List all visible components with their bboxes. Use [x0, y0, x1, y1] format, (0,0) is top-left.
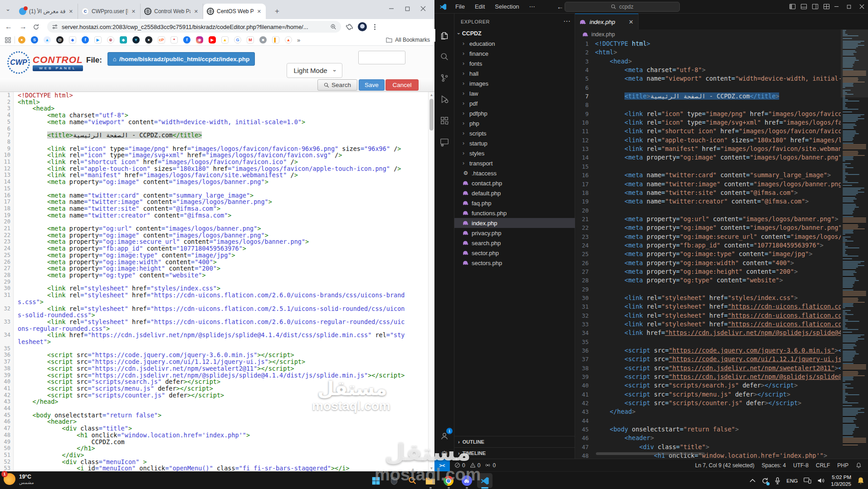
account-icon[interactable]: 1 [434, 427, 454, 445]
toggle-sidebar-right-icon[interactable] [812, 3, 819, 10]
code-line[interactable]: 40 <script src="scripts/search.js" defer… [575, 381, 841, 390]
code-line[interactable]: 42 <script src="scripts/counter.js" defe… [575, 399, 841, 407]
tab-search-button[interactable]: › [3, 5, 14, 15]
explorer-icon[interactable] [434, 26, 454, 44]
encoding[interactable]: UTF-8 [793, 462, 809, 469]
bookmark-favicon[interactable]: ▌ [272, 36, 279, 44]
code-line[interactable]: 12 <link rel="apple-touch-icon" sizes="1… [0, 165, 428, 172]
address-bar[interactable]: server.hostazi.com:2083/cwp_c2558d3cc9c7… [47, 21, 341, 33]
code-line[interactable]: 35 [575, 338, 841, 346]
eol-sequence[interactable]: CRLF [816, 462, 830, 469]
display-devices-icon[interactable] [804, 477, 811, 484]
code-line[interactable]: 17 <meta name="twitter:image" content="i… [0, 199, 428, 205]
code-line[interactable]: 10 <link rel="icon" type="image/svg+xml"… [0, 152, 428, 159]
code-line[interactable]: 44 [575, 416, 841, 425]
code-line[interactable]: 5 <meta name="viewport" content="width=d… [0, 119, 428, 126]
bookmark-favicon[interactable]: M [247, 36, 254, 44]
browser-tab[interactable]: CentOS Web Panel |✕ [203, 4, 266, 19]
cwp-code-editor[interactable]: 1<!DOCTYPE html>2<html>3 <head>4 <meta c… [0, 92, 428, 471]
code-line[interactable]: 47 <div class="title"> [575, 443, 841, 451]
code-line[interactable]: 35 [0, 345, 428, 352]
theme-mode-select[interactable]: Light Mode › [287, 63, 342, 78]
bookmark-favicon[interactable]: ⊕ [107, 36, 114, 44]
microphone-icon[interactable] [775, 477, 780, 484]
extensions-puzzle-icon[interactable] [346, 23, 353, 31]
vscode-code-editor[interactable]: 1<!DOCTYPE html>2<html>3 <head>4 <meta c… [575, 39, 841, 459]
code-line[interactable]: 45 <body onselectstart="return false"> [575, 425, 841, 434]
clock[interactable]: 5:02 PM 1/3/2025 [831, 474, 851, 488]
menu-[interactable]: ⋯ [527, 2, 538, 11]
save-button[interactable]: Save [359, 79, 385, 91]
code-line[interactable]: 4 <meta charset="utf-8"> [575, 66, 841, 74]
toggle-panel-icon[interactable] [800, 3, 807, 10]
tab-close-icon[interactable]: ✕ [131, 9, 137, 15]
breadcrumbs[interactable]: index.php [575, 29, 868, 39]
browser-tab[interactable]: Control Web Panel |✕ [141, 4, 203, 19]
explorer-file-default.php[interactable]: default.php [454, 188, 575, 198]
explorer-file-search.php[interactable]: search.php [454, 238, 575, 248]
bookmark-favicon[interactable]: G [234, 36, 241, 44]
browser-menu-icon[interactable] [371, 24, 378, 30]
code-line[interactable]: 30 <link rel="stylesheet" href="styles/i… [0, 285, 428, 292]
code-line[interactable]: 28 <meta property="og:type" content="web… [0, 272, 428, 279]
explorer-root-folder[interactable]: › CCPDZ [454, 29, 575, 39]
bookmark-favicon[interactable]: S [31, 36, 38, 44]
minimize-button[interactable] [830, 0, 843, 13]
code-line[interactable]: 45 <body onselectstart="return false"> [0, 412, 428, 419]
bookmark-favicon[interactable]: ◆ [120, 36, 127, 44]
close-button[interactable] [855, 0, 868, 13]
code-line[interactable]: 8 [575, 101, 841, 109]
code-line[interactable]: 26 <meta property="og:image:width" conte… [0, 259, 428, 266]
speaker-icon[interactable] [817, 477, 825, 484]
explorer-file-functions.php[interactable]: functions.php [454, 208, 575, 218]
code-line[interactable]: 18 <meta name="twitter:site" content="@i… [575, 189, 841, 197]
scrollbar-thumb[interactable] [429, 99, 434, 131]
code-line[interactable]: 41 <script src="scripts/menu.js" defer><… [0, 385, 428, 392]
code-line[interactable]: 14 <meta property="og:image" content="im… [0, 179, 428, 185]
code-line[interactable]: 11 <link rel="shortcut icon" href="image… [0, 159, 428, 165]
apps-grid-icon[interactable] [5, 37, 11, 44]
explorer-actions-icon[interactable]: ··· [563, 17, 571, 25]
code-line[interactable]: 29 [575, 285, 841, 294]
code-line[interactable]: 41 <script src="scripts/menu.js" defer><… [575, 390, 841, 399]
source-control-icon[interactable] [434, 69, 454, 87]
code-line[interactable]: 53 <i id="menuIcon" onclick="openMenu()"… [0, 465, 428, 471]
discord-icon[interactable] [459, 473, 474, 488]
code-line[interactable]: 7 <title>الصفحة الرئيسية - CCPDZ.com</ti… [575, 92, 841, 101]
code-line[interactable]: 26 <meta property="og:image:width" conte… [575, 259, 841, 267]
code-line[interactable]: 27 <meta property="og:image:height" cont… [575, 267, 841, 276]
editor-search-input[interactable] [358, 51, 405, 64]
explorer-folder-pdfphp[interactable]: ›pdfphp [454, 108, 575, 118]
code-line[interactable]: 27 <meta property="og:image:height" cont… [0, 265, 428, 272]
explorer-file-sectors.php[interactable]: sectors.php [454, 258, 575, 268]
code-line[interactable]: 10 <link rel="icon" type="image/svg+xml"… [575, 118, 841, 127]
explorer-file-privacy.php[interactable]: privacy.php [454, 228, 575, 238]
code-line[interactable]: 33 <link rel="stylesheet" href="https://… [0, 319, 428, 332]
bookmark-favicon[interactable]: ▲ [285, 36, 292, 44]
code-line[interactable]: 2<html> [575, 48, 841, 57]
code-line[interactable]: 20 [0, 218, 428, 225]
search-button[interactable]: Search [317, 79, 357, 91]
input-language[interactable]: ENG [786, 478, 798, 484]
code-line[interactable]: 17 <meta name="twitter:image" content="i… [575, 180, 841, 189]
code-line[interactable]: 23 <meta property="og:image:secure_url" … [575, 232, 841, 241]
code-line[interactable]: 38 <script src="https://cdn.jsdelivr.net… [575, 364, 841, 373]
code-line[interactable]: 21 <meta property="og:url" content="imag… [0, 225, 428, 232]
code-line[interactable]: 3 <head> [0, 105, 428, 112]
code-line[interactable]: 2<html> [0, 99, 428, 106]
code-line[interactable]: 39 <script src="https://cdn.jsdelivr.net… [575, 373, 841, 381]
explorer-folder-scripts[interactable]: ›scripts [454, 128, 575, 138]
notification-bell-icon[interactable] [857, 477, 864, 484]
explorer-file-faq.php[interactable]: faq.php [454, 198, 575, 208]
browser-tab[interactable]: (1) إضافة معرض الأ✕ [15, 4, 78, 19]
code-line[interactable]: 37 <script src="https://code.jquery.com/… [0, 358, 428, 365]
code-line[interactable]: 50 </h1> [0, 445, 428, 452]
code-line[interactable]: 36 <script src="https://code.jquery.com/… [575, 346, 841, 355]
code-line[interactable]: 22 <meta property="og:image" content="im… [575, 223, 841, 232]
code-line[interactable]: 18 <meta name="twitter:site" content="@i… [0, 205, 428, 212]
language-mode[interactable]: PHP [837, 462, 848, 469]
all-bookmarks-button[interactable]: All Bookmarks [386, 37, 430, 43]
tab-index-php[interactable]: index.php ✕ [575, 14, 639, 29]
tab-close-icon[interactable]: ✕ [193, 9, 199, 15]
explorer-folder-law[interactable]: ›law [454, 88, 575, 98]
